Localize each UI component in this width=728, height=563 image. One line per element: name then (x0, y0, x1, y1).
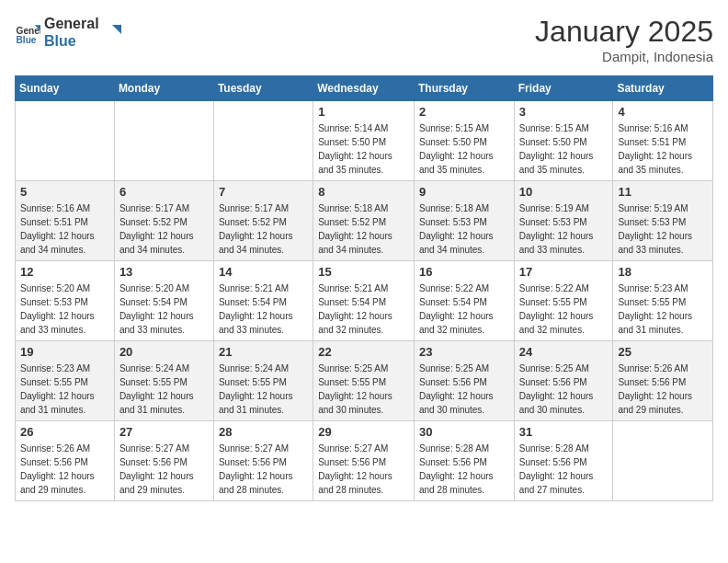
day-info: Sunrise: 5:21 AMSunset: 5:54 PMDaylight:… (318, 282, 409, 337)
calendar-cell: 22Sunrise: 5:25 AMSunset: 5:55 PMDayligh… (313, 341, 415, 421)
day-number: 16 (419, 265, 509, 279)
day-number: 10 (519, 185, 609, 199)
day-info: Sunrise: 5:27 AMSunset: 5:56 PMDaylight:… (119, 442, 209, 497)
day-info: Sunrise: 5:27 AMSunset: 5:56 PMDaylight:… (219, 442, 308, 497)
svg-marker-3 (112, 25, 121, 34)
day-info: Sunrise: 5:25 AMSunset: 5:56 PMDaylight:… (519, 362, 609, 417)
calendar-cell: 2Sunrise: 5:15 AMSunset: 5:50 PMDaylight… (414, 101, 514, 181)
calendar-cell: 25Sunrise: 5:26 AMSunset: 5:56 PMDayligh… (613, 341, 713, 421)
calendar-cell: 18Sunrise: 5:23 AMSunset: 5:55 PMDayligh… (613, 261, 713, 341)
day-number: 24 (519, 345, 609, 359)
day-info: Sunrise: 5:19 AMSunset: 5:53 PMDaylight:… (618, 201, 708, 257)
calendar-cell: 28Sunrise: 5:27 AMSunset: 5:56 PMDayligh… (213, 421, 313, 501)
calendar-cell: 15Sunrise: 5:21 AMSunset: 5:54 PMDayligh… (313, 261, 415, 341)
calendar-cell: 1Sunrise: 5:14 AMSunset: 5:50 PMDaylight… (313, 101, 415, 181)
day-number: 23 (419, 345, 509, 359)
day-info: Sunrise: 5:15 AMSunset: 5:50 PMDaylight:… (519, 121, 609, 177)
day-info: Sunrise: 5:28 AMSunset: 5:56 PMDaylight:… (419, 442, 509, 497)
day-number: 5 (20, 185, 109, 199)
location: Dampit, Indonesia (535, 49, 713, 64)
day-number: 4 (618, 105, 708, 119)
day-number: 1 (318, 105, 409, 119)
calendar-week-2: 5Sunrise: 5:16 AMSunset: 5:51 PMDaylight… (16, 181, 713, 261)
col-tuesday: Tuesday (213, 76, 313, 101)
day-info: Sunrise: 5:28 AMSunset: 5:56 PMDaylight:… (519, 442, 609, 497)
calendar-cell: 5Sunrise: 5:16 AMSunset: 5:51 PMDaylight… (16, 181, 115, 261)
day-number: 26 (20, 425, 109, 439)
day-info: Sunrise: 5:20 AMSunset: 5:53 PMDaylight:… (20, 282, 109, 337)
day-number: 8 (318, 185, 409, 199)
calendar-cell: 11Sunrise: 5:19 AMSunset: 5:53 PMDayligh… (613, 181, 713, 261)
day-number: 18 (618, 265, 708, 279)
day-number: 30 (419, 425, 509, 439)
day-info: Sunrise: 5:15 AMSunset: 5:50 PMDaylight:… (419, 121, 509, 177)
calendar-table: Sunday Monday Tuesday Wednesday Thursday… (15, 75, 713, 501)
day-number: 3 (519, 105, 609, 119)
day-info: Sunrise: 5:17 AMSunset: 5:52 PMDaylight:… (219, 201, 308, 257)
day-info: Sunrise: 5:24 AMSunset: 5:55 PMDaylight:… (119, 362, 209, 417)
calendar-cell: 26Sunrise: 5:26 AMSunset: 5:56 PMDayligh… (16, 421, 115, 501)
calendar-week-3: 12Sunrise: 5:20 AMSunset: 5:53 PMDayligh… (16, 261, 713, 341)
logo: General Blue General Blue (15, 15, 121, 50)
calendar-cell: 13Sunrise: 5:20 AMSunset: 5:54 PMDayligh… (114, 261, 213, 341)
calendar-cell (213, 101, 313, 181)
day-info: Sunrise: 5:16 AMSunset: 5:51 PMDaylight:… (618, 121, 708, 177)
calendar-cell: 31Sunrise: 5:28 AMSunset: 5:56 PMDayligh… (514, 421, 613, 501)
day-info: Sunrise: 5:26 AMSunset: 5:56 PMDaylight:… (20, 442, 109, 497)
day-info: Sunrise: 5:16 AMSunset: 5:51 PMDaylight:… (20, 201, 109, 257)
calendar-cell: 6Sunrise: 5:17 AMSunset: 5:52 PMDaylight… (114, 181, 213, 261)
day-info: Sunrise: 5:18 AMSunset: 5:52 PMDaylight:… (318, 201, 409, 257)
day-info: Sunrise: 5:17 AMSunset: 5:52 PMDaylight:… (119, 201, 209, 257)
day-number: 11 (618, 185, 708, 199)
day-number: 31 (519, 425, 609, 439)
col-thursday: Thursday (414, 76, 514, 101)
day-info: Sunrise: 5:18 AMSunset: 5:53 PMDaylight:… (419, 201, 509, 257)
day-number: 29 (318, 425, 409, 439)
calendar-cell (114, 101, 213, 181)
calendar-week-5: 26Sunrise: 5:26 AMSunset: 5:56 PMDayligh… (16, 421, 713, 501)
col-friday: Friday (514, 76, 613, 101)
day-number: 7 (219, 185, 308, 199)
calendar-cell: 24Sunrise: 5:25 AMSunset: 5:56 PMDayligh… (514, 341, 613, 421)
calendar-cell: 29Sunrise: 5:27 AMSunset: 5:56 PMDayligh… (313, 421, 415, 501)
svg-text:Blue: Blue (17, 35, 37, 45)
calendar-cell: 12Sunrise: 5:20 AMSunset: 5:53 PMDayligh… (16, 261, 115, 341)
day-number: 27 (119, 425, 209, 439)
day-info: Sunrise: 5:14 AMSunset: 5:50 PMDaylight:… (318, 121, 409, 177)
calendar-cell: 21Sunrise: 5:24 AMSunset: 5:55 PMDayligh… (213, 341, 313, 421)
calendar-cell: 30Sunrise: 5:28 AMSunset: 5:56 PMDayligh… (414, 421, 514, 501)
day-info: Sunrise: 5:22 AMSunset: 5:54 PMDaylight:… (419, 282, 509, 337)
day-info: Sunrise: 5:20 AMSunset: 5:54 PMDaylight:… (119, 282, 209, 337)
logo-line2: Blue (44, 32, 99, 50)
day-number: 17 (519, 265, 609, 279)
day-info: Sunrise: 5:25 AMSunset: 5:55 PMDaylight:… (318, 362, 409, 417)
calendar-cell: 27Sunrise: 5:27 AMSunset: 5:56 PMDayligh… (114, 421, 213, 501)
day-number: 21 (219, 345, 308, 359)
calendar-cell: 3Sunrise: 5:15 AMSunset: 5:50 PMDaylight… (514, 101, 613, 181)
calendar-cell: 19Sunrise: 5:23 AMSunset: 5:55 PMDayligh… (16, 341, 115, 421)
calendar-cell: 8Sunrise: 5:18 AMSunset: 5:52 PMDaylight… (313, 181, 415, 261)
day-info: Sunrise: 5:25 AMSunset: 5:56 PMDaylight:… (419, 362, 509, 417)
month-title: January 2025 (535, 15, 713, 49)
calendar-cell: 20Sunrise: 5:24 AMSunset: 5:55 PMDayligh… (114, 341, 213, 421)
day-info: Sunrise: 5:22 AMSunset: 5:55 PMDaylight:… (519, 282, 609, 337)
day-number: 14 (219, 265, 308, 279)
day-number: 28 (219, 425, 308, 439)
col-monday: Monday (114, 76, 213, 101)
header-row: Sunday Monday Tuesday Wednesday Thursday… (16, 76, 713, 101)
day-number: 25 (618, 345, 708, 359)
calendar-cell: 10Sunrise: 5:19 AMSunset: 5:53 PMDayligh… (514, 181, 613, 261)
logo-icon: General Blue (15, 19, 40, 45)
day-info: Sunrise: 5:24 AMSunset: 5:55 PMDaylight:… (219, 362, 308, 417)
day-number: 13 (119, 265, 209, 279)
day-number: 22 (318, 345, 409, 359)
logo-wave-icon (103, 23, 121, 41)
day-number: 15 (318, 265, 409, 279)
calendar-cell: 14Sunrise: 5:21 AMSunset: 5:54 PMDayligh… (213, 261, 313, 341)
day-info: Sunrise: 5:27 AMSunset: 5:56 PMDaylight:… (318, 442, 409, 497)
day-number: 9 (419, 185, 509, 199)
title-block: January 2025 Dampit, Indonesia (535, 15, 713, 64)
day-number: 19 (20, 345, 109, 359)
page-header: General Blue General Blue January 2025 D… (15, 15, 713, 64)
calendar-cell (613, 421, 713, 501)
